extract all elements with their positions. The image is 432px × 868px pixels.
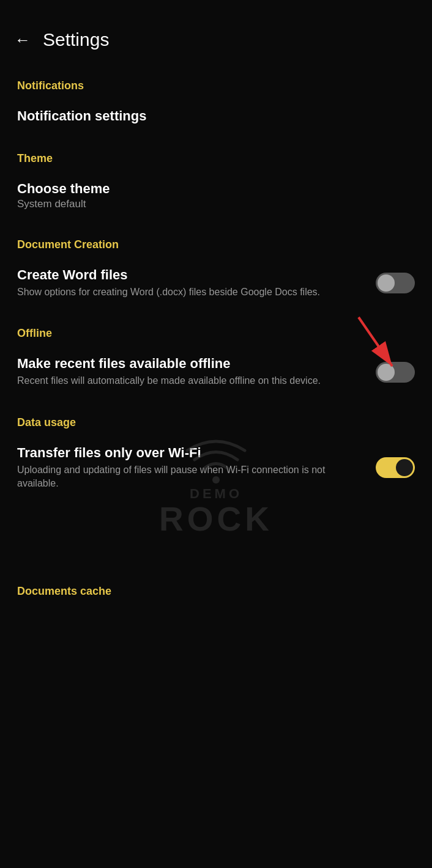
notifications-section: Notifications Notification settings (0, 70, 432, 135)
toggle-thumb (378, 274, 395, 292)
page-title: Settings (43, 29, 109, 50)
toggle-thumb-offline (378, 364, 395, 381)
choose-theme-item[interactable]: Choose theme System default (0, 170, 432, 221)
create-word-files-subtitle: Show options for creating Word (.docx) f… (17, 285, 363, 299)
choose-theme-title: Choose theme (17, 181, 403, 197)
theme-section: Theme Choose theme System default (0, 142, 432, 221)
make-recent-files-offline-title: Make recent files available offline (17, 356, 363, 372)
transfer-wifi-only-item[interactable]: Transfer files only over Wi-Fi Uploading… (0, 434, 432, 502)
make-recent-files-offline-toggle[interactable] (376, 362, 415, 383)
toggle-thumb-wifi (396, 459, 413, 476)
toggle-track-wifi (376, 457, 415, 478)
documents-cache-section: Documents cache (0, 575, 432, 603)
settings-header: ← Settings (0, 0, 432, 70)
make-recent-files-offline-item[interactable]: Make recent files available offline Rece… (0, 345, 432, 399)
document-creation-section-label: Document Creation (0, 229, 432, 256)
toggle-track-offline (376, 362, 415, 383)
data-usage-section-label: Data usage (0, 406, 432, 434)
documents-cache-section-label: Documents cache (0, 575, 432, 603)
back-button[interactable]: ← (15, 31, 31, 50)
toggle-track (376, 273, 415, 293)
theme-section-label: Theme (0, 142, 432, 170)
notification-settings-item[interactable]: Notification settings (0, 97, 432, 135)
offline-section: Offline Make recent files available offl… (0, 317, 432, 399)
notification-settings-title: Notification settings (17, 108, 403, 124)
choose-theme-value: System default (17, 198, 403, 210)
offline-section-label: Offline (0, 317, 432, 345)
transfer-wifi-only-title: Transfer files only over Wi-Fi (17, 445, 363, 461)
create-word-files-toggle[interactable] (376, 273, 415, 293)
transfer-wifi-only-toggle[interactable] (376, 457, 415, 478)
data-usage-section: Data usage Transfer files only over Wi-F… (0, 406, 432, 502)
make-recent-files-offline-subtitle: Recent files will automatically be made … (17, 374, 363, 388)
document-creation-section: Document Creation Create Word files Show… (0, 229, 432, 310)
create-word-files-item[interactable]: Create Word files Show options for creat… (0, 256, 432, 310)
create-word-files-title: Create Word files (17, 267, 363, 283)
notifications-section-label: Notifications (0, 70, 432, 97)
transfer-wifi-only-subtitle: Uploading and updating of files will pau… (17, 463, 363, 491)
